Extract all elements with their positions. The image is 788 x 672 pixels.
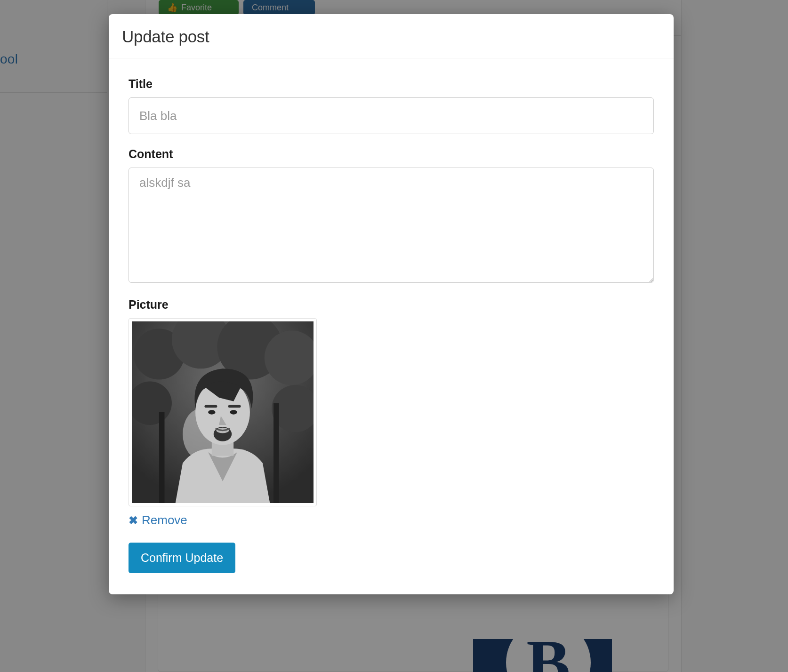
svg-rect-13: [228, 405, 241, 408]
remove-icon: ✖: [129, 514, 138, 527]
confirm-update-button[interactable]: Confirm Update: [129, 543, 235, 573]
update-post-modal: Update post Title Content alskdjf sa Pic…: [109, 14, 674, 594]
modal-title: Update post: [122, 27, 660, 46]
content-label: Content: [129, 147, 654, 161]
person-photo-icon: [132, 321, 314, 503]
svg-point-14: [208, 410, 215, 414]
title-input[interactable]: [129, 97, 654, 134]
remove-label: Remove: [142, 513, 187, 528]
svg-rect-7: [159, 412, 165, 503]
modal-body: Title Content alskdjf sa Picture: [109, 58, 674, 594]
remove-picture-link[interactable]: ✖ Remove: [129, 513, 187, 528]
picture-label: Picture: [129, 298, 654, 312]
svg-point-15: [230, 410, 237, 414]
title-label: Title: [129, 77, 654, 91]
content-textarea[interactable]: alskdjf sa: [129, 168, 654, 283]
title-group: Title: [129, 77, 654, 134]
svg-rect-8: [273, 403, 279, 503]
content-group: Content alskdjf sa: [129, 147, 654, 285]
picture-group: Picture: [129, 298, 654, 528]
svg-rect-12: [204, 405, 217, 408]
picture-thumbnail[interactable]: [129, 318, 317, 506]
modal-header: Update post: [109, 14, 674, 58]
